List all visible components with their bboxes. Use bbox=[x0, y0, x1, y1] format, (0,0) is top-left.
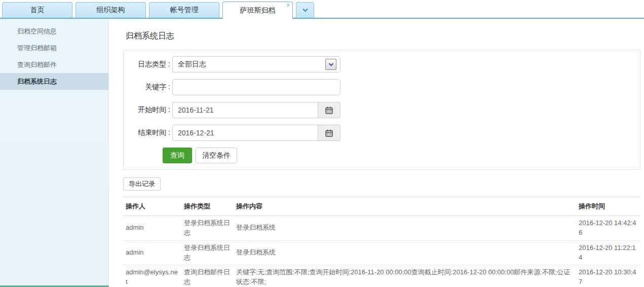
cell-operation-time: 2016-12-20 11:22:14 bbox=[576, 240, 640, 265]
calendar-icon bbox=[325, 106, 333, 114]
column-header-operation-time: 操作时间 bbox=[576, 197, 640, 216]
cell-operation-type: 登录归档系统日志 bbox=[181, 216, 234, 241]
sidebar-item-archive-space-info[interactable]: 归档空间信息 bbox=[0, 23, 108, 40]
keyword-label: 关键字 : bbox=[128, 83, 170, 92]
sidebar-item-label: 归档空间信息 bbox=[17, 27, 57, 35]
start-time-row: 开始时间 : bbox=[128, 102, 633, 118]
column-header-operation-type: 操作类型 bbox=[181, 197, 234, 216]
log-type-label: 日志类型 : bbox=[128, 60, 170, 69]
start-time-label: 开始时间 : bbox=[128, 105, 170, 115]
log-table: 操作人 操作类型 操作内容 操作时间 admin 登录归档系统日志 登录归档系统… bbox=[123, 197, 640, 287]
table-header-row: 操作人 操作类型 操作内容 操作时间 bbox=[123, 197, 640, 216]
clear-conditions-button[interactable]: 清空条件 bbox=[196, 148, 237, 163]
log-filter-panel: 日志类型 : 全部日志 关键字 : 开始时间 : bbox=[123, 50, 640, 170]
close-icon[interactable]: x bbox=[287, 3, 289, 8]
export-records-button[interactable]: 导出记录 bbox=[123, 177, 161, 191]
tab-more-button[interactable] bbox=[296, 2, 314, 18]
calendar-icon bbox=[325, 129, 333, 137]
tab-sarbanes-archive[interactable]: 萨班斯归档 x bbox=[222, 2, 293, 19]
keyword-row: 关键字 : bbox=[128, 79, 633, 95]
cell-operation-time: 2016-12-20 14:42:46 bbox=[576, 216, 640, 241]
search-button[interactable]: 查询 bbox=[163, 148, 192, 163]
start-time-calendar-button[interactable] bbox=[318, 102, 340, 118]
end-time-input[interactable] bbox=[172, 125, 318, 141]
tab-label: 首页 bbox=[30, 6, 45, 14]
table-row: admin 登录归档系统日志 登录归档系统 2016-12-20 14:42:4… bbox=[123, 216, 640, 241]
column-header-operator: 操作人 bbox=[123, 197, 181, 216]
table-row: admin@elysys.net 查询归档邮件日志 关键字:无;查询范围:不限;… bbox=[123, 265, 640, 287]
sidebar-item-label: 管理归档邮箱 bbox=[17, 44, 57, 52]
sidebar-item-search-archived-mail[interactable]: 查询归档邮件 bbox=[0, 56, 108, 73]
chevron-down-icon[interactable] bbox=[325, 59, 336, 70]
cell-operation-time: 2016-12-20 10:30:47 bbox=[576, 265, 640, 287]
cell-operation-type: 登录归档系统日志 bbox=[181, 240, 234, 265]
cell-operator: admin bbox=[123, 240, 181, 265]
keyword-input[interactable] bbox=[172, 79, 340, 95]
main-content: 归档系统日志 日志类型 : 全部日志 关键字 : 开始时间 : bbox=[123, 19, 640, 287]
cell-operation-content: 登录归档系统 bbox=[234, 240, 576, 265]
tab-label: 萨班斯归档 bbox=[240, 6, 276, 14]
tab-label: 帐号管理 bbox=[170, 6, 199, 14]
page-title: 归档系统日志 bbox=[126, 31, 640, 42]
table-row: admin 登录归档系统日志 登录归档系统 2016-12-20 11:22:1… bbox=[123, 240, 640, 265]
sidebar-item-label: 查询归档邮件 bbox=[17, 61, 57, 68]
log-type-select[interactable]: 全部日志 bbox=[172, 56, 340, 73]
sidebar-item-manage-archive-mailbox[interactable]: 管理归档邮箱 bbox=[0, 40, 108, 56]
tab-account-management[interactable]: 帐号管理 bbox=[149, 2, 219, 18]
cell-operation-content: 登录归档系统 bbox=[234, 216, 576, 241]
log-type-row: 日志类型 : 全部日志 bbox=[128, 56, 633, 73]
cell-operator: admin@elysys.net bbox=[123, 265, 181, 287]
end-time-label: 结束时间 : bbox=[128, 128, 170, 137]
sidebar-item-label: 归档系统日志 bbox=[17, 78, 57, 85]
end-time-row: 结束时间 : bbox=[128, 125, 633, 141]
sidebar-item-archive-system-log[interactable]: 归档系统日志 bbox=[0, 73, 108, 90]
tab-home[interactable]: 首页 bbox=[2, 2, 72, 18]
cell-operator: admin bbox=[123, 216, 181, 241]
tab-label: 组织架构 bbox=[97, 6, 125, 14]
tab-organization[interactable]: 组织架构 bbox=[75, 2, 146, 18]
log-type-selected-value: 全部日志 bbox=[178, 60, 206, 69]
end-time-calendar-button[interactable] bbox=[318, 125, 340, 141]
chevron-down-icon bbox=[302, 8, 309, 12]
filter-buttons-row: 查询 清空条件 bbox=[163, 148, 633, 163]
cell-operation-content: 关键字:无;查询范围:不限;查询开始时间:2016-11-20 00:00:00… bbox=[234, 265, 576, 287]
cell-operation-type: 查询归档邮件日志 bbox=[181, 265, 234, 287]
tab-bar: 首页 组织架构 帐号管理 萨班斯归档 x bbox=[0, 0, 644, 19]
sidebar: 归档空间信息 管理归档邮箱 查询归档邮件 归档系统日志 bbox=[0, 19, 109, 287]
column-header-operation-content: 操作内容 bbox=[234, 197, 576, 216]
start-time-input[interactable] bbox=[172, 102, 318, 118]
